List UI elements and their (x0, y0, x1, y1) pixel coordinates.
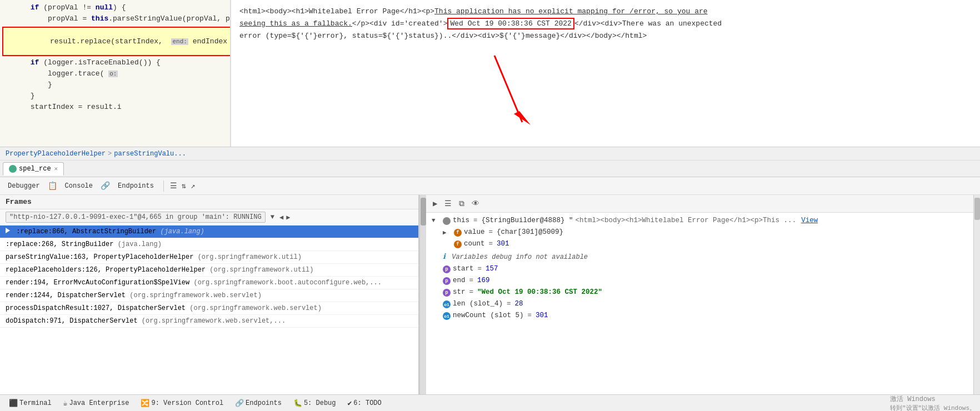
var-item-end[interactable]: p end = 169 (426, 275, 973, 287)
version-control-icon: 🔀 (141, 399, 149, 408)
bottom-section: Frames "http-nio-127.0.0.1-9091-exec-1"@… (0, 195, 980, 394)
expand-all-button[interactable]: ▶ (431, 198, 439, 209)
variables-list: ▼ this = {StringBuilder@4888} " <html><b… (426, 213, 973, 394)
var-icon-f-value: f (454, 229, 462, 237)
var-item-start[interactable]: p start = 157 (426, 263, 973, 275)
endpoints-taskbar-icon: 🔗 (235, 399, 244, 408)
view-link-this[interactable]: View (801, 217, 818, 224)
timestamp-highlight: Wed Oct 19 00:38:36 CST 2022 (447, 18, 574, 29)
html-error-content: <html><body><h1>Whitelabel Error Page</h… (239, 6, 972, 42)
var-icon-o1-newcount: o1 (443, 312, 451, 320)
breadcrumb-bar: PropertyPlaceholderHelper > parseStringV… (0, 147, 980, 161)
var-icon-this (443, 217, 451, 225)
debug-toolbar: Debugger 📋 Console 🔗 Endpoints ☰ ⇅ ↗ (0, 177, 980, 195)
frame-item-1[interactable]: :replace:268, StringBuilder (java.lang) (0, 238, 418, 251)
debug-icon: 🐛 (293, 399, 302, 408)
frame-item-6[interactable]: processDispatchResult:1027, DispatcherSe… (0, 302, 418, 315)
thread-nav-prev[interactable]: ◀ (279, 213, 283, 222)
var-expand-this: ▼ (432, 217, 441, 224)
var-debug-info: ℹ Variables debug info not available (426, 250, 973, 263)
var-item-len[interactable]: o1 len (slot_4) = 28 (426, 298, 973, 310)
code-line-3: if (logger.isTraceEnabled()) { (0, 58, 230, 69)
html-display-panel: <html><body><h1>Whitelabel Error Page</h… (231, 0, 980, 147)
toolbar-separator-1 (163, 181, 164, 192)
taskbar-terminal[interactable]: ⬛ Terminal (4, 398, 56, 409)
code-line-1: if (propVal != null) { (0, 3, 230, 14)
todo-icon: ✔ (348, 399, 352, 408)
var-icon-p-str: p (443, 289, 451, 297)
var-icon-p-end: p (443, 277, 451, 285)
thread-dropdown[interactable]: "http-nio-127.0.0.1-9091-exec-1"@4,665 i… (6, 212, 266, 223)
code-line-highlighted: result.replace(startIndex, end: endIndex… (0, 25, 230, 58)
red-arrow (489, 50, 533, 128)
code-line-7: startIndex = result.i (0, 102, 230, 113)
frame-expand-icon-0 (6, 228, 10, 233)
breadcrumb-part1[interactable]: PropertyPlaceholderHelper (6, 150, 106, 158)
frames-scrollbar[interactable] (419, 195, 426, 394)
endpoints-button[interactable]: Endpoints (114, 181, 157, 191)
taskbar: ⬛ Terminal ☕ Java Enterprise 🔀 9: Versio… (0, 394, 980, 411)
java-icon: ☕ (63, 399, 68, 408)
frame-item-0[interactable]: :replace:866, AbstractStringBuilder (jav… (0, 225, 418, 238)
var-item-value[interactable]: ▶ f value = {char[301]@5009} (426, 227, 973, 238)
frame-item-5[interactable]: render:1244, DispatcherServlet (org.spri… (0, 289, 418, 302)
right-scroll-thumb (974, 198, 980, 220)
taskbar-endpoints[interactable]: 🔗 Endpoints (231, 398, 286, 409)
var-icon-o1-len: o1 (443, 300, 451, 308)
frame-item-7[interactable]: doDispatch:971, DispatcherServlet (org.s… (0, 315, 418, 328)
svg-marker-1 (514, 111, 531, 125)
thread-nav-next[interactable]: ▶ (286, 213, 290, 222)
tab-label: spel_rce (19, 165, 51, 173)
frame-item-2[interactable]: parseStringValue:163, PropertyPlaceholde… (0, 251, 418, 264)
taskbar-todo[interactable]: ✔ 6: TODO (343, 398, 386, 409)
var-expand-value: ▶ (443, 229, 452, 236)
variables-toolbar: ▶ ☰ ⧉ 👁 (426, 195, 973, 213)
variables-panel: ▶ ☰ ⧉ 👁 ▼ this = {StringBuilder@4888} " … (426, 195, 973, 394)
breadcrumb-part2[interactable]: parseStringValu... (114, 150, 186, 158)
frame-item-4[interactable]: render:194, ErrorMvcAutoConfiguration$Sp… (0, 277, 418, 289)
var-toolbar-list[interactable]: ☰ (442, 198, 454, 209)
tab-spel-rce[interactable]: spel_rce ✕ (3, 162, 64, 176)
code-line-4: logger.trace( o: (0, 69, 230, 80)
sort-icon[interactable]: ⇅ (182, 181, 186, 191)
var-icon-p-start: p (443, 265, 451, 273)
code-line-2: propVal = this.parseStringValue(propVal,… (0, 14, 230, 25)
taskbar-java-enterprise[interactable]: ☕ Java Enterprise (59, 398, 134, 409)
taskbar-version-control[interactable]: 🔀 9: Version Control (136, 398, 228, 409)
var-icon-f-count: f (454, 240, 462, 248)
code-area: if (propVal != null) { propVal = this.pa… (0, 0, 231, 147)
tab-close-button[interactable]: ✕ (54, 165, 58, 172)
main-container: if (propVal != null) { propVal = this.pa… (0, 0, 980, 411)
tab-bar: spel_rce ✕ (0, 161, 980, 177)
debugger-button[interactable]: Debugger (4, 181, 43, 191)
frames-panel: Frames "http-nio-127.0.0.1-9091-exec-1"@… (0, 195, 419, 394)
win-activate-text: 激活 Windows 转到"设置"以激活 Windows。 (890, 394, 976, 412)
tab-icon (9, 165, 17, 173)
right-scrollbar[interactable] (973, 195, 980, 394)
frames-header: Frames (0, 195, 418, 209)
frame-thread: "http-nio-127.0.0.1-9091-exec-1"@4,665 i… (0, 209, 418, 225)
code-line-5: } (0, 80, 230, 91)
frame-list: :replace:866, AbstractStringBuilder (jav… (0, 225, 418, 394)
var-item-count[interactable]: f count = 301 (426, 238, 973, 250)
var-item-this[interactable]: ▼ this = {StringBuilder@4888} " <html><b… (426, 215, 973, 227)
taskbar-debug[interactable]: 🐛 5: Debug (289, 398, 341, 409)
var-toolbar-copy[interactable]: ⧉ (457, 198, 467, 209)
var-item-newcount[interactable]: o1 newCount (slot 5) = 301 (426, 310, 973, 322)
breadcrumb-separator: > (108, 150, 112, 158)
scroll-thumb (421, 198, 426, 225)
frame-item-3[interactable]: replacePlaceholders:126, PropertyPlaceho… (0, 264, 418, 277)
var-item-str[interactable]: p str = "Wed Oct 19 00:38:36 CST 2022" (426, 287, 973, 298)
console-icon[interactable]: 📋 (48, 181, 57, 191)
code-editor-section: if (propVal != null) { propVal = this.pa… (0, 0, 980, 147)
thread-dropdown-arrow[interactable]: ▼ (271, 213, 274, 221)
list-icon[interactable]: ☰ (170, 181, 177, 191)
endpoints-icon[interactable]: 🔗 (101, 181, 110, 191)
var-toolbar-watch[interactable]: 👁 (469, 198, 482, 209)
console-button[interactable]: Console (62, 181, 96, 191)
code-line-6: } (0, 91, 230, 102)
terminal-icon: ⬛ (9, 399, 18, 408)
expand-icon[interactable]: ↗ (191, 181, 195, 191)
